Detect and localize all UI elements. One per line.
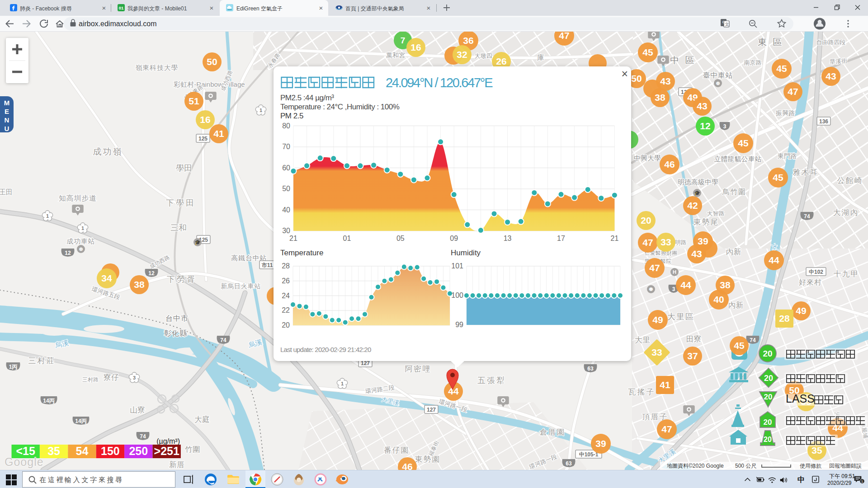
svg-text:47: 47 [649, 263, 660, 273]
svg-text:明德高級中學: 明德高級中學 [678, 178, 718, 186]
svg-text:學田: 學田 [176, 164, 196, 173]
svg-text:54: 54 [76, 445, 89, 457]
svg-text:32: 32 [457, 49, 467, 60]
svg-text:成功車站: 成功車站 [67, 237, 95, 245]
svg-text:22: 22 [282, 306, 290, 314]
svg-text:振興路: 振興路 [775, 109, 795, 117]
svg-text:74: 74 [804, 213, 810, 220]
svg-text:中興大學: 中興大學 [634, 154, 661, 162]
svg-text:新烏日火車站: 新烏日火車站 [221, 282, 261, 290]
svg-text:山寮: 山寮 [130, 406, 148, 414]
svg-text:彰化縣: 彰化縣 [164, 329, 188, 337]
svg-text:1丙: 1丙 [9, 364, 18, 370]
svg-text:46: 46 [664, 159, 675, 169]
svg-text:三村莊: 三村莊 [28, 357, 57, 365]
svg-text:嶺東科技大學: 嶺東科技大學 [136, 64, 179, 71]
svg-text:20: 20 [764, 374, 773, 383]
svg-text:40: 40 [282, 206, 290, 214]
svg-text:74: 74 [140, 433, 146, 440]
svg-text:136: 136 [819, 118, 828, 125]
svg-text:38: 38 [134, 279, 145, 290]
svg-text:新厝: 新厝 [169, 460, 187, 469]
svg-text:37: 37 [687, 351, 698, 361]
svg-text:01: 01 [343, 235, 351, 242]
svg-text:王田: 王田 [0, 188, 14, 196]
svg-text:26: 26 [496, 56, 506, 66]
svg-text:番仔園: 番仔園 [384, 446, 410, 455]
svg-text:臺中車站: 臺中車站 [703, 71, 733, 79]
svg-text:45: 45 [773, 172, 783, 183]
svg-text:12: 12 [148, 270, 155, 277]
svg-text:中102: 中102 [809, 269, 823, 275]
svg-text:50: 50 [282, 185, 290, 192]
svg-text:500 公尺: 500 公尺 [735, 463, 756, 469]
svg-text:下學田: 下學田 [166, 198, 198, 207]
svg-text:47: 47 [788, 86, 798, 97]
svg-text:33: 33 [660, 237, 671, 247]
svg-text:7: 7 [401, 36, 406, 45]
svg-text:>251: >251 [154, 445, 179, 457]
svg-text:三村路: 三村路 [82, 376, 99, 383]
svg-text:80: 80 [282, 122, 290, 130]
svg-text:1: 1 [46, 213, 49, 219]
svg-text:26: 26 [282, 277, 290, 285]
svg-text:43: 43 [826, 71, 836, 81]
svg-text:大里區: 大里區 [667, 312, 695, 321]
svg-text:44: 44 [769, 255, 779, 265]
svg-text:20: 20 [641, 215, 651, 225]
svg-text:44: 44 [680, 280, 691, 290]
svg-text:N: N [5, 116, 9, 124]
svg-text:E: E [5, 108, 9, 115]
svg-text:彩虹村-Rainbow Village: 彩虹村-Rainbow Village [173, 80, 245, 88]
svg-text:70: 70 [282, 143, 290, 150]
svg-text:Google: Google [5, 455, 44, 468]
svg-text:庫: 庫 [537, 54, 544, 61]
svg-text:十九甲: 十九甲 [834, 270, 860, 278]
svg-text:47: 47 [642, 237, 653, 248]
svg-text:3: 3 [672, 286, 675, 292]
svg-text:47: 47 [559, 32, 569, 41]
svg-text:萬和宮: 萬和宮 [386, 52, 405, 59]
svg-text:38: 38 [655, 92, 665, 103]
svg-text:250: 250 [129, 445, 148, 457]
svg-text:35: 35 [811, 445, 822, 455]
svg-text:大庭: 大庭 [194, 415, 212, 424]
svg-text:使用條款: 使用條款 [800, 463, 821, 469]
svg-text:三和: 三和 [170, 223, 190, 232]
svg-text:35: 35 [47, 445, 60, 457]
svg-text:09: 09 [450, 235, 458, 242]
svg-text:⊕: ⊕ [716, 80, 720, 86]
svg-text:16: 16 [200, 114, 210, 125]
svg-text:99: 99 [455, 321, 463, 328]
svg-text:市11: 市11 [261, 262, 273, 268]
svg-text:74: 74 [750, 337, 756, 343]
svg-text:42: 42 [687, 200, 698, 211]
svg-text:東勢尾: 東勢尾 [693, 218, 720, 226]
svg-text:125: 125 [198, 136, 208, 142]
svg-text:14丙: 14丙 [43, 398, 54, 404]
svg-text:05: 05 [396, 235, 405, 242]
svg-text:阿密哩: 阿密哩 [405, 365, 433, 373]
svg-text:大墩四: 大墩四 [475, 52, 492, 59]
svg-text:45: 45 [776, 63, 787, 74]
svg-text:28: 28 [282, 262, 290, 270]
svg-text:雅木耳: 雅木耳 [793, 168, 820, 177]
svg-text:地圖資料©2020 Google: 地圖資料©2020 Google [667, 463, 724, 469]
svg-text:1: 1 [81, 225, 84, 231]
svg-text:127: 127 [427, 407, 436, 413]
svg-text:43: 43 [660, 76, 670, 86]
svg-text:東 區: 東 區 [758, 37, 784, 47]
svg-text:1: 1 [341, 381, 344, 386]
svg-text:H: H [673, 269, 676, 275]
svg-text:24: 24 [282, 292, 290, 300]
svg-text:46: 46 [402, 461, 412, 470]
svg-text:東勢園: 東勢園 [415, 455, 442, 464]
svg-text:12: 12 [700, 121, 710, 131]
svg-text:40: 40 [713, 294, 724, 305]
svg-text:田寮: 田寮 [686, 335, 704, 343]
svg-text:50: 50 [207, 56, 217, 67]
svg-text:60: 60 [282, 164, 290, 172]
svg-text:好來村: 好來村 [799, 278, 822, 286]
svg-text:150: 150 [101, 445, 120, 457]
svg-text:45: 45 [734, 340, 745, 351]
